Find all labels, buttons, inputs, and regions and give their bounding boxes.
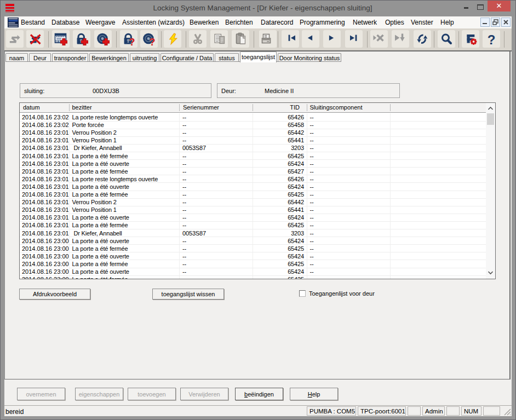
svg-text:?: ? [150, 37, 156, 45]
svg-text:?: ? [488, 32, 496, 45]
svg-text:?: ? [129, 37, 135, 45]
